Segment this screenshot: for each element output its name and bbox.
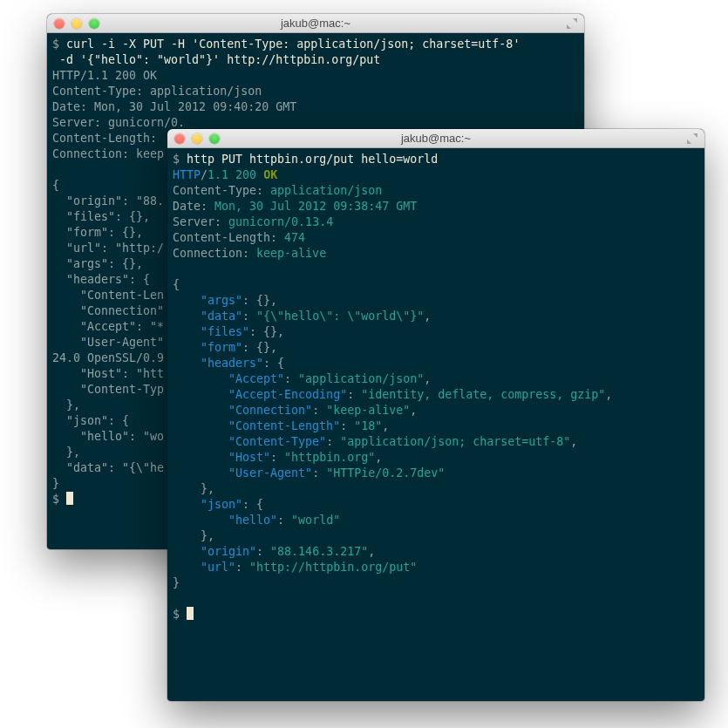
json-colon: :: [263, 357, 277, 370]
json-line: 24.0 OpenSSL/0.9: [52, 351, 164, 364]
close-icon[interactable]: [174, 133, 185, 144]
status-proto: HTTP: [173, 168, 201, 181]
json-indent: [173, 498, 201, 511]
header-key: Date:: [173, 200, 208, 213]
json-colon: :: [242, 294, 256, 307]
json-indent: [173, 561, 201, 574]
json-line: "Accept": "*: [52, 320, 164, 333]
prompt: $: [173, 608, 180, 621]
json-val: {}: [256, 341, 270, 354]
json-indent: [173, 388, 228, 401]
zoom-icon[interactable]: [209, 133, 220, 144]
json-line: },: [52, 446, 80, 459]
command-line: http PUT httpbin.org/put hello=world: [187, 153, 438, 166]
json-val: "88.146.3.217": [270, 545, 368, 558]
json-brace: },: [173, 482, 214, 495]
json-key: "Content-Length": [228, 419, 340, 432]
json-brace: {: [173, 278, 180, 291]
cursor-icon: [187, 607, 194, 620]
titlebar[interactable]: jakub@mac:~: [167, 129, 704, 148]
json-key: "Accept-Encoding": [228, 388, 347, 401]
json-comma: ,: [424, 372, 431, 385]
command-line-cont: -d '{"hello": "world"}' http://httpbin.o…: [52, 53, 380, 66]
json-key: "headers": [201, 357, 263, 370]
terminal-content[interactable]: $ http PUT httpbin.org/put hello=world H…: [167, 148, 704, 629]
fullscreen-icon[interactable]: [687, 133, 697, 144]
json-val: {}: [256, 294, 270, 307]
json-line: "Connection": [52, 304, 164, 317]
json-line: },: [52, 398, 80, 412]
json-brace: },: [173, 529, 214, 542]
json-key: "origin": [201, 545, 256, 558]
json-indent: [173, 294, 201, 307]
json-line: "origin": "88.: [52, 194, 164, 208]
header-key: Date:: [52, 100, 87, 113]
json-indent: [173, 419, 228, 432]
json-key: "hello": [228, 514, 277, 527]
json-indent: [173, 404, 228, 417]
json-val: "{\"hello\": \"world\"}": [256, 310, 424, 323]
json-indent: [173, 466, 228, 480]
minimize-icon[interactable]: [71, 18, 82, 29]
titlebar[interactable]: jakub@mac:~: [47, 14, 584, 33]
json-val: "http://httpbin.org/put": [249, 561, 417, 574]
header-val: 474: [284, 231, 305, 244]
fullscreen-icon[interactable]: [567, 18, 577, 29]
header-val: keep-alive: [256, 247, 326, 260]
json-brace: }: [173, 576, 180, 589]
json-comma: ,: [270, 341, 277, 354]
json-line: {: [52, 179, 59, 192]
header-val: keep: [129, 147, 164, 160]
header-key: Content-Length:: [52, 132, 157, 145]
json-comma: ,: [382, 419, 389, 432]
zoom-icon[interactable]: [89, 18, 99, 29]
header-val: Mon, 30 Jul 2012 09:38:47 GMT: [214, 200, 417, 213]
json-comma: ,: [270, 294, 277, 307]
json-colon: :: [326, 435, 340, 448]
minimize-icon[interactable]: [192, 133, 202, 144]
traffic-lights: [174, 133, 220, 144]
header-key: Connection:: [173, 247, 249, 260]
json-key: "User-Agent": [228, 466, 312, 480]
json-indent: [173, 357, 201, 370]
header-key: Content-Length:: [173, 231, 277, 244]
json-line: "args": {},: [52, 257, 143, 270]
terminal-window-httpie: jakub@mac:~ $ http PUT httpbin.org/put h…: [167, 129, 704, 701]
json-colon: :: [284, 372, 298, 385]
json-key: "files": [201, 325, 249, 338]
window-title: jakub@mac:~: [167, 132, 704, 145]
json-key: "Content-Type": [228, 435, 326, 448]
json-val: "HTTPie/0.2.7dev": [326, 466, 445, 480]
status-msg: OK: [263, 168, 277, 181]
header-val: Mon, 30 Jul 2012 09:40:20 GMT: [87, 100, 296, 113]
command-line: curl -i -X PUT -H 'Content-Type: applica…: [66, 37, 520, 51]
json-line: }: [52, 477, 59, 490]
json-colon: :: [256, 545, 270, 558]
prompt: $: [52, 37, 59, 51]
json-val: {}: [263, 325, 277, 338]
json-colon: :: [312, 404, 326, 417]
json-colon: :: [277, 514, 291, 527]
status-code: 200: [235, 168, 256, 181]
json-key: "json": [201, 498, 242, 511]
json-colon: :: [270, 451, 284, 464]
json-key: "data": [201, 310, 242, 323]
json-line: "form": {},: [52, 226, 143, 239]
json-line: "Content-Typ: [52, 383, 164, 396]
json-colon: :: [242, 498, 256, 511]
json-val: "18": [354, 419, 382, 432]
json-indent: [173, 310, 201, 323]
json-line: "Host": "htt: [52, 367, 164, 380]
json-line: "json": {: [52, 414, 129, 427]
json-brace: {: [277, 357, 284, 370]
json-val: "keep-alive": [326, 404, 410, 417]
window-title: jakub@mac:~: [47, 17, 584, 30]
header-val: application/json: [270, 184, 382, 197]
json-val: "world": [291, 514, 340, 527]
json-key: "form": [201, 341, 242, 354]
json-val: "httpbin.org": [284, 451, 375, 464]
close-icon[interactable]: [54, 18, 65, 29]
header-val: gunicorn/0.: [101, 116, 185, 129]
json-indent: [173, 451, 228, 464]
json-key: "url": [201, 561, 235, 574]
